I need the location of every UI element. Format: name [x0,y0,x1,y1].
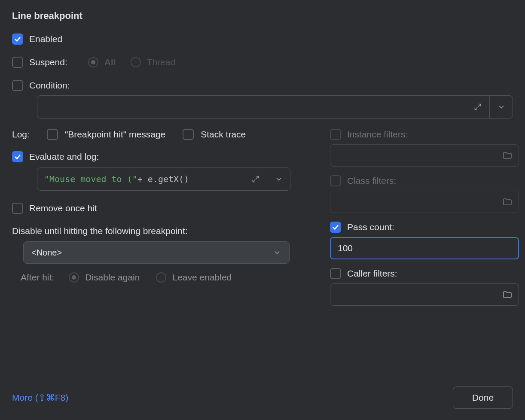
evaluate-input-wrap: "Mouse moved to (" + e.getX() [37,167,290,191]
condition-input[interactable] [37,96,466,118]
condition-history-dropdown[interactable] [489,96,513,118]
instance-filters-checkbox[interactable] [330,129,341,140]
remove-once-label: Remove once hit [29,203,97,213]
disable-again-label: Disable again [85,272,140,283]
class-filters-checkbox[interactable] [330,175,341,186]
evaluate-history-dropdown[interactable] [267,168,290,190]
suspend-checkbox[interactable] [12,57,23,68]
class-filters-input[interactable] [330,191,519,213]
expand-icon[interactable] [466,96,489,118]
done-button[interactable]: Done [453,387,513,409]
caller-filters-label: Caller filters: [347,268,397,279]
folder-icon[interactable] [502,150,513,161]
more-link[interactable]: More (⇧⌘F8) [12,393,68,403]
caller-filters-checkbox[interactable] [330,268,341,279]
log-label: Log: [12,129,30,140]
suspend-thread-radio[interactable] [131,57,141,67]
disable-until-label: Disable until hitting the following brea… [12,226,313,236]
disable-again-radio[interactable] [69,272,79,283]
pass-count-label: Pass count: [347,222,394,232]
enabled-label: Enabled [29,34,62,44]
bp-hit-label: "Breakpoint hit" message [65,129,165,140]
bp-hit-checkbox[interactable] [47,129,58,140]
folder-icon[interactable] [502,197,513,207]
suspend-all-radio[interactable] [88,57,98,67]
enabled-checkbox[interactable] [12,33,23,45]
leave-enabled-radio[interactable] [156,272,166,283]
folder-icon[interactable] [502,289,513,300]
expand-icon[interactable] [251,175,260,183]
code-rest-token: + e.getX() [137,174,189,184]
leave-enabled-label: Leave enabled [172,272,232,283]
condition-label: Condition: [29,80,70,91]
instance-filters-input[interactable] [330,144,519,167]
instance-filters-label: Instance filters: [347,129,408,140]
evaluate-input[interactable]: "Mouse moved to (" + e.getX() [37,168,267,190]
pass-count-input[interactable] [330,237,519,259]
condition-checkbox[interactable] [12,80,23,91]
class-filters-label: Class filters: [347,176,396,186]
remove-once-checkbox[interactable] [12,203,23,214]
stack-trace-label: Stack trace [201,129,246,140]
stack-trace-checkbox[interactable] [183,129,194,140]
disable-until-value: <None> [31,248,62,258]
code-string-token: "Mouse moved to (" [44,174,137,184]
after-hit-label: After hit: [21,272,54,283]
chevron-down-icon [273,248,281,257]
suspend-all-label: All [104,57,116,67]
caller-filters-input[interactable] [330,283,519,306]
evaluate-checkbox[interactable] [12,151,23,162]
dialog-title: Line breakpoint [12,10,513,21]
suspend-label: Suspend: [29,57,67,67]
condition-input-wrap [37,95,513,119]
disable-until-select[interactable]: <None> [23,241,290,264]
pass-count-checkbox[interactable] [330,222,341,233]
suspend-thread-label: Thread [147,57,176,67]
evaluate-label: Evaluate and log: [29,152,99,162]
